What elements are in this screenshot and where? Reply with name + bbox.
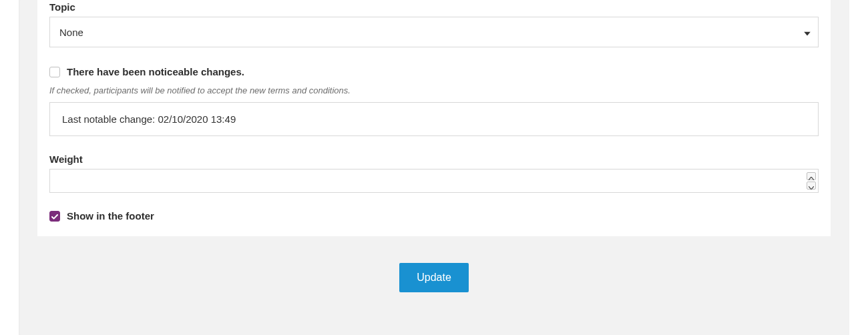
weight-group: Weight [49,153,819,193]
topic-group: Topic None [49,0,819,47]
submit-row: Update [19,236,849,292]
weight-input-wrap [49,169,819,193]
last-change-text: Last notable change: 02/10/2020 13:49 [62,113,236,125]
footer-checkbox[interactable] [49,211,60,222]
weight-step-down[interactable] [807,182,816,190]
footer-label: Show in the footer [67,210,154,222]
changes-checkbox[interactable] [49,67,60,77]
topic-label: Topic [49,0,819,13]
changes-hint: If checked, participants will be notifie… [49,85,819,95]
weight-input[interactable] [49,169,819,193]
weight-label: Weight [49,153,819,165]
weight-spinners [807,172,816,190]
changes-label: There have been noticeable changes. [67,66,244,77]
footer-check-row: Show in the footer [49,210,819,222]
viewport: Topic None There have been noticeable ch… [0,0,868,335]
weight-step-up[interactable] [807,172,816,180]
topic-select-wrap: None [49,17,819,47]
check-icon [51,210,58,222]
topic-select[interactable]: None [49,17,819,47]
last-change-box: Last notable change: 02/10/2020 13:49 [49,102,819,136]
update-button[interactable]: Update [399,263,469,292]
form-panel: Topic None There have been noticeable ch… [37,0,831,236]
chevron-down-icon [809,180,814,192]
page-area: Topic None There have been noticeable ch… [19,0,849,335]
changes-check-row: There have been noticeable changes. [49,66,819,77]
